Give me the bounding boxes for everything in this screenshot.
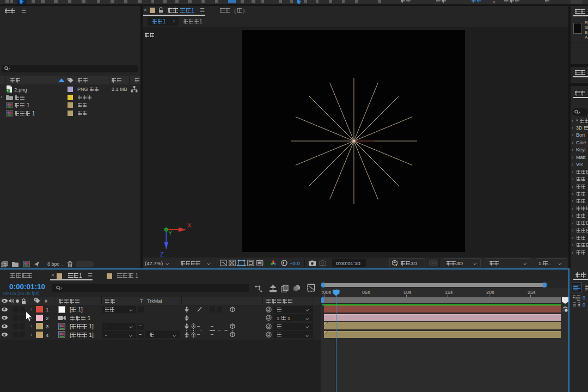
- svg-text:Z: Z: [160, 251, 164, 258]
- svg-text:X: X: [187, 222, 192, 229]
- svg-text:Y: Y: [168, 230, 173, 236]
